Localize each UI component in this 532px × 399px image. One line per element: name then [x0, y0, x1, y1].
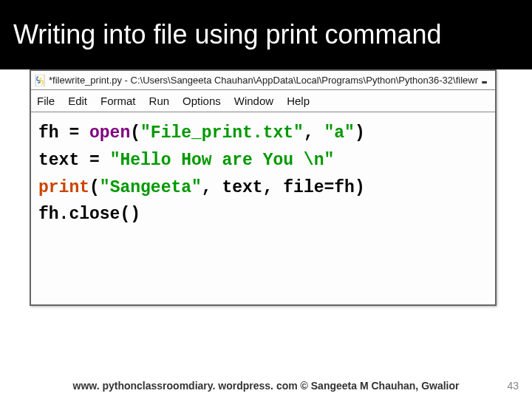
menu-window[interactable]: Window — [234, 95, 273, 107]
menu-run[interactable]: Run — [149, 95, 170, 107]
menu-file[interactable]: File — [37, 95, 55, 107]
menu-bar: File Edit Format Run Options Window Help — [31, 90, 495, 112]
string-literal: "Hello How are You \n" — [110, 151, 335, 170]
menu-format[interactable]: Format — [100, 95, 136, 107]
string-literal: "a" — [324, 123, 355, 143]
code-area[interactable]: fh = open("File_print.txt", "a") text = … — [31, 112, 495, 236]
string-literal: "Sangeeta" — [100, 178, 202, 197]
window-titlebar: *filewrite_print.py - C:\Users\Sangeeta … — [31, 71, 495, 90]
page-number: 43 — [507, 380, 519, 392]
code-line-3: print("Sangeeta", text, file=fh) — [38, 174, 488, 202]
string-literal: "File_print.txt" — [140, 123, 304, 143]
footer-text: www. pythonclassroomdiary. wordpress. co… — [0, 380, 532, 392]
idle-editor-window: *filewrite_print.py - C:\Users\Sangeeta … — [30, 69, 497, 306]
code-line-4: fh.close() — [38, 201, 488, 228]
code-line-2: text = "Hello How are You \n" — [38, 147, 488, 174]
builtin-open: open — [89, 123, 130, 143]
python-file-icon — [34, 75, 46, 86]
menu-edit[interactable]: Edit — [68, 95, 87, 107]
slide-title-bar: Writing into file using print command — [0, 0, 532, 69]
menu-help[interactable]: Help — [287, 95, 310, 107]
menu-options[interactable]: Options — [183, 95, 221, 107]
slide: Writing into file using print command *f… — [0, 0, 532, 399]
builtin-print: print — [38, 178, 89, 197]
slide-content: *filewrite_print.py - C:\Users\Sangeeta … — [30, 69, 497, 306]
slide-footer: www. pythonclassroomdiary. wordpress. co… — [0, 380, 532, 392]
window-title-text: *filewrite_print.py - C:\Users\Sangeeta … — [49, 75, 478, 86]
minimize-button[interactable]: - — [481, 77, 492, 84]
code-line-1: fh = open("File_print.txt", "a") — [38, 120, 488, 147]
slide-title: Writing into file using print command — [13, 19, 442, 50]
